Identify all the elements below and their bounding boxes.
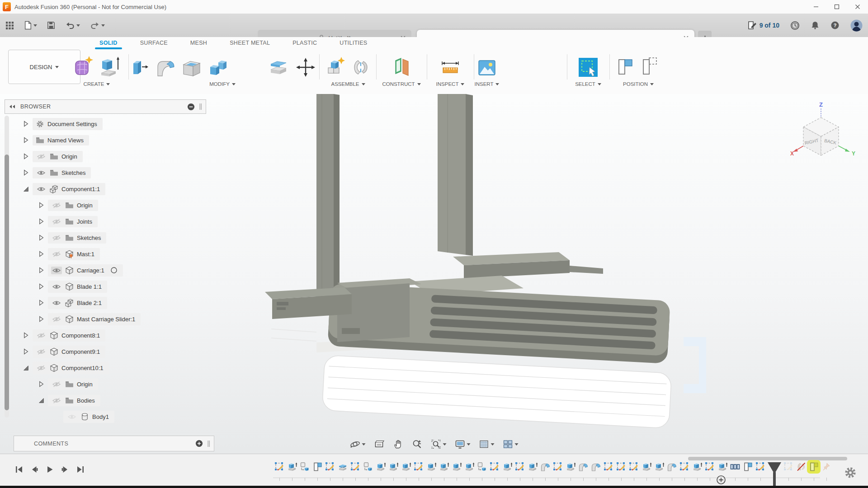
expander-collapsed-icon[interactable] [38, 267, 44, 273]
move-copy-icon[interactable] [295, 57, 316, 78]
expander-collapsed-icon[interactable] [38, 202, 44, 208]
browser-item-label[interactable]: Mast:1 [77, 251, 94, 258]
visibility-eye-icon[interactable] [51, 267, 62, 274]
timeline-feature-sketch-icon[interactable] [602, 461, 615, 481]
expander-collapsed-icon[interactable] [23, 121, 29, 127]
visibility-eye-icon[interactable] [36, 153, 47, 160]
expander-expanded-icon[interactable] [38, 398, 44, 404]
visibility-eye-icon[interactable] [51, 234, 62, 242]
browser-item-label[interactable]: Component1:1 [61, 186, 100, 192]
create-form-icon[interactable] [73, 55, 94, 78]
look-at-tool[interactable] [371, 436, 387, 452]
collapse-panel-icon[interactable] [9, 104, 16, 109]
browser-item-label[interactable]: Document Settings [47, 121, 97, 127]
expander-collapsed-icon[interactable] [38, 251, 44, 257]
visibility-eye-icon[interactable] [51, 202, 62, 209]
timeline-settings-gear-icon[interactable] [844, 466, 857, 479]
app-grid-icon[interactable] [4, 19, 16, 32]
capture-position-icon[interactable] [616, 56, 636, 78]
timeline-feature-sketch-icon[interactable] [324, 461, 336, 481]
browser-item-label[interactable]: Mast Carriage Slider:1 [77, 316, 135, 323]
visibility-eye-icon[interactable] [51, 218, 62, 225]
save-progress-indicator[interactable]: 9 of 10 [747, 21, 779, 30]
timeline-scrubber[interactable] [767, 461, 782, 488]
redo-icon[interactable] [88, 19, 107, 31]
browser-item-label[interactable]: Origin [77, 381, 93, 388]
select-tool-icon[interactable] [578, 57, 599, 78]
ribbon-tab-plastic[interactable]: PLASTIC [292, 38, 318, 48]
zoom-tool[interactable] [409, 436, 425, 452]
panel-grip-icon[interactable] [199, 103, 202, 110]
visibility-eye-icon[interactable] [51, 250, 62, 258]
browser-row-mast-1[interactable]: Mast:1 [5, 246, 206, 262]
timeline-go-to-end-button[interactable] [75, 464, 86, 475]
visibility-eye-icon[interactable] [51, 380, 62, 388]
timeline-feature-pattern-icon[interactable] [729, 461, 741, 481]
browser-item-label[interactable]: Origin [61, 153, 77, 160]
timeline-feature-sketch-icon[interactable] [754, 461, 767, 481]
timeline-feature-extrude-icon[interactable] [564, 461, 577, 481]
create-menu[interactable]: CREATE [68, 81, 126, 87]
browser-item-label[interactable]: Component8:1 [61, 332, 100, 339]
browser-row-blade-2-1[interactable]: Blade 2:1 [5, 295, 206, 311]
timeline-feature-new-component-selected-icon[interactable] [807, 461, 820, 481]
visibility-eye-icon[interactable] [51, 299, 62, 307]
timeline-feature-sketch-icon[interactable] [488, 461, 501, 481]
timeline-feature-extrude-icon[interactable] [653, 461, 665, 481]
minimize-button[interactable] [806, 0, 826, 14]
create-extrude-icon[interactable] [99, 55, 120, 78]
collapse-all-icon[interactable] [187, 103, 195, 111]
orbit-tool[interactable] [347, 436, 368, 452]
browser-row-component1-1[interactable]: Component1:1 [5, 181, 206, 197]
browser-row-origin[interactable]: Origin [5, 197, 206, 213]
timeline-feature-sketch-icon[interactable] [627, 461, 640, 481]
expander-collapsed-icon[interactable] [23, 153, 29, 160]
panel-grip-icon[interactable] [208, 441, 210, 447]
timeline-feature-extrude-icon[interactable] [501, 461, 514, 481]
add-comment-icon[interactable] [195, 440, 203, 447]
timeline-scrollbar[interactable] [688, 457, 847, 460]
expander-expanded-icon[interactable] [23, 365, 29, 371]
revert-position-icon[interactable] [641, 56, 660, 78]
browser-item-label[interactable]: Sketches [61, 169, 85, 176]
timeline-feature-component-icon[interactable] [298, 461, 311, 481]
timeline-step-forward-button[interactable] [60, 464, 71, 475]
expander-collapsed-icon[interactable] [38, 235, 44, 241]
expander-collapsed-icon[interactable] [23, 332, 29, 338]
timeline-play-button[interactable] [44, 464, 55, 475]
notifications-bell-icon[interactable] [811, 21, 820, 30]
visibility-eye-icon[interactable] [36, 348, 47, 356]
timeline-feature-extrude-icon[interactable] [526, 461, 539, 481]
timeline-step-back-button[interactable] [29, 464, 40, 475]
view-cube[interactable]: Z RIGHT BACK X Y [786, 100, 858, 159]
browser-row-component10-1[interactable]: Component10:1 [5, 360, 206, 376]
position-menu[interactable]: POSITION [611, 81, 665, 87]
browser-item-label[interactable]: Blade 2:1 [77, 300, 102, 306]
timeline-feature-extrude-icon[interactable] [691, 461, 703, 481]
job-status-icon[interactable] [790, 21, 800, 30]
browser-row-blade-1-1[interactable]: Blade 1:1 [5, 278, 206, 295]
timeline-feature-component-icon[interactable] [362, 461, 374, 481]
new-component-icon[interactable] [326, 55, 346, 78]
browser-row-body1[interactable]: Body1 [5, 408, 206, 425]
timeline-feature-sketch-icon[interactable] [615, 461, 627, 481]
ribbon-tab-sheet-metal[interactable]: SHEET METAL [229, 38, 271, 48]
browser-item-label[interactable]: Blade 1:1 [77, 283, 102, 290]
browser-row-sketches[interactable]: Sketches [5, 164, 206, 181]
ribbon-tab-utilities[interactable]: UTILITIES [339, 38, 368, 48]
browser-row-mast-carriage-slider-1[interactable]: Mast Carriage Slider:1 [5, 311, 206, 327]
visibility-eye-icon[interactable] [36, 169, 47, 177]
timeline-feature-extrude-icon[interactable] [438, 461, 450, 481]
3d-viewport[interactable]: Z RIGHT BACK X Y BROWSER Do [0, 94, 868, 454]
timeline-feature-extrude-icon[interactable] [387, 461, 400, 481]
timeline-feature-extrude-icon[interactable] [450, 461, 463, 481]
visibility-eye-icon[interactable] [36, 185, 47, 193]
ribbon-tab-surface[interactable]: SURFACE [139, 38, 169, 48]
modify-menu[interactable]: MODIFY [130, 81, 315, 87]
visibility-eye-icon[interactable] [36, 364, 47, 372]
timeline-feature-sketch-icon[interactable] [703, 461, 716, 481]
visibility-eye-icon[interactable] [51, 315, 62, 323]
timeline-feature-sketch-icon[interactable] [273, 461, 286, 481]
timeline-feature-extrude-icon[interactable] [400, 461, 412, 481]
browser-row-joints[interactable]: Joints [5, 213, 206, 230]
